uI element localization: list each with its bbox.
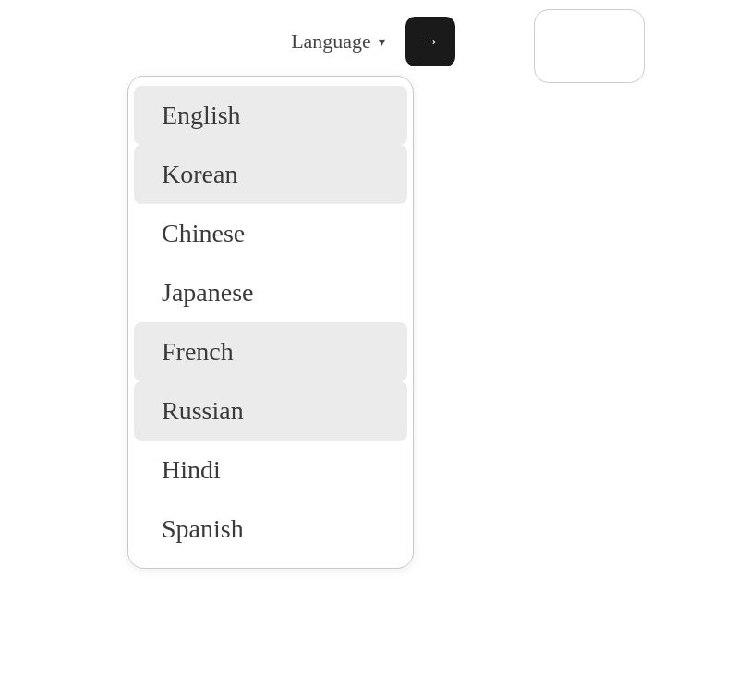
arrow-button[interactable]: → bbox=[405, 17, 455, 66]
language-dropdown: EnglishKoreanChineseJapaneseFrenchRussia… bbox=[127, 76, 414, 569]
dropdown-item-korean[interactable]: Korean bbox=[134, 145, 407, 204]
dropdown-item-hindi[interactable]: Hindi bbox=[134, 441, 407, 500]
dropdown-item-french[interactable]: French bbox=[134, 322, 407, 381]
arrow-right-icon: → bbox=[420, 30, 441, 54]
top-card bbox=[534, 9, 645, 83]
dropdown-item-chinese[interactable]: Chinese bbox=[134, 204, 407, 263]
dropdown-item-japanese[interactable]: Japanese bbox=[134, 263, 407, 322]
dropdown-item-spanish[interactable]: Spanish bbox=[134, 500, 407, 559]
dropdown-item-russian[interactable]: Russian bbox=[134, 381, 407, 441]
language-trigger[interactable]: Language ▾ bbox=[282, 24, 394, 59]
chevron-down-icon: ▾ bbox=[379, 34, 385, 50]
dropdown-item-english[interactable]: English bbox=[134, 86, 407, 145]
language-label: Language bbox=[291, 30, 371, 54]
